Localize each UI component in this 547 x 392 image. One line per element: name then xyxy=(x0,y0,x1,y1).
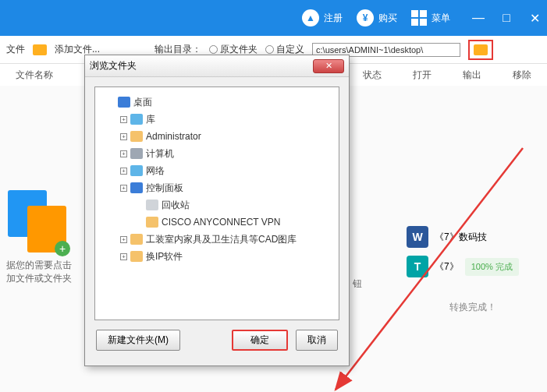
dialog-close-button[interactable]: ✕ xyxy=(313,59,344,73)
tree-item[interactable]: +计算机 xyxy=(98,145,336,162)
text-icon: T xyxy=(407,256,428,277)
browse-button[interactable] xyxy=(468,40,493,60)
grid-icon xyxy=(411,10,427,26)
cancel-button[interactable]: 取消 xyxy=(296,330,338,351)
folder-icon xyxy=(146,200,158,210)
done-label: 转换完成！ xyxy=(407,301,539,314)
user-icon: ▲ xyxy=(302,9,319,26)
window-controls: ― □ ✕ xyxy=(472,12,541,24)
tree-item[interactable]: +控制面板 xyxy=(98,179,336,196)
folder-icon xyxy=(118,97,130,108)
empty-line2: 加文件或文件夹 xyxy=(6,272,72,285)
folder-tree[interactable]: 桌面+库+Administrator+计算机+网络+控制面板回收站CISCO A… xyxy=(94,87,339,320)
register-button[interactable]: ▲ 注册 xyxy=(302,9,343,26)
word-icon: W xyxy=(407,226,428,248)
tree-label: 库 xyxy=(146,113,155,126)
col-open: 打开 xyxy=(413,69,432,82)
close-button[interactable]: ✕ xyxy=(528,12,541,24)
tree-item[interactable]: +库 xyxy=(98,111,336,128)
folder-icon xyxy=(130,148,143,159)
ok-button[interactable]: 确定 xyxy=(232,330,288,351)
tree-label: CISCO ANYCONNECT VPN xyxy=(162,217,280,228)
tree-label: 网络 xyxy=(146,164,165,178)
expand-icon[interactable]: + xyxy=(120,253,127,260)
buy-button[interactable]: ¥ 购买 xyxy=(357,9,397,26)
folder-icon xyxy=(146,217,158,228)
tree-label: 控制面板 xyxy=(146,182,183,195)
empty-state: + + 据您的需要点击 加文件或文件夹 xyxy=(0,187,78,343)
expand-icon[interactable]: + xyxy=(120,150,127,157)
file-stack-icon: + + xyxy=(8,190,70,253)
doc1-label: 《7》数码技 xyxy=(435,231,487,244)
tree-item[interactable]: +工装室内家具及卫生洁具等CAD图库 xyxy=(98,231,336,248)
dialog-title: 浏览文件夹 xyxy=(90,59,137,72)
tree-label: 换IP软件 xyxy=(146,250,183,263)
col-output: 输出 xyxy=(463,69,481,82)
result-row: T 《7》 100% 完成 xyxy=(407,256,539,277)
titlebar: ▲ 注册 ¥ 购买 菜单 ― □ ✕ xyxy=(0,0,547,36)
buy-label: 购买 xyxy=(378,12,397,25)
tree-label: Administrator xyxy=(146,131,201,142)
button-label-fragment: 钮 xyxy=(353,277,362,291)
doc2-label: 《7》 xyxy=(435,260,459,274)
folder-icon xyxy=(130,165,143,176)
register-label: 注册 xyxy=(324,12,343,25)
expand-icon[interactable]: + xyxy=(120,133,127,140)
folder-icon xyxy=(130,114,143,125)
tree-item[interactable]: 桌面 xyxy=(98,94,336,111)
folder-icon xyxy=(474,44,488,55)
tree-item[interactable]: CISCO ANYCONNECT VPN xyxy=(98,214,336,231)
file-label: 文件 xyxy=(6,43,25,56)
tree-label: 桌面 xyxy=(133,96,152,109)
browse-dialog: 浏览文件夹 ✕ 桌面+库+Administrator+计算机+网络+控制面板回收… xyxy=(84,55,350,366)
newfolder-button[interactable]: 新建文件夹(M) xyxy=(96,330,180,351)
expand-icon[interactable]: + xyxy=(120,236,127,243)
folder-icon xyxy=(130,234,143,245)
expand-icon[interactable]: + xyxy=(120,168,127,175)
tree-label: 计算机 xyxy=(146,147,174,161)
yen-icon: ¥ xyxy=(357,9,374,26)
dialog-buttons: 新建文件夹(M) 确定 取消 xyxy=(85,330,349,351)
result-row: W 《7》数码技 xyxy=(407,226,539,248)
tree-item[interactable]: +Administrator xyxy=(98,128,336,145)
tree-item[interactable]: +换IP软件 xyxy=(98,248,336,265)
expand-icon[interactable]: + xyxy=(120,185,127,192)
folder-icon xyxy=(130,182,143,193)
empty-line1: 据您的需要点击 xyxy=(6,259,72,272)
col-status: 状态 xyxy=(363,69,382,82)
folder-icon xyxy=(130,131,143,142)
folder-icon xyxy=(33,44,47,55)
expand-icon[interactable]: + xyxy=(120,116,127,123)
col-filename: 文件名称 xyxy=(16,69,53,82)
minimize-button[interactable]: ― xyxy=(472,12,485,24)
result-panel: W 《7》数码技 T 《7》 100% 完成 转换完成！ xyxy=(407,226,539,314)
progress-badge: 100% 完成 xyxy=(465,258,519,276)
dialog-titlebar: 浏览文件夹 ✕ xyxy=(85,55,349,77)
tree-label: 回收站 xyxy=(162,199,190,212)
col-remove: 移除 xyxy=(513,69,531,82)
maximize-button[interactable]: □ xyxy=(500,12,513,24)
menu-label: 菜单 xyxy=(432,12,450,25)
tree-item[interactable]: +网络 xyxy=(98,162,336,179)
tree-label: 工装室内家具及卫生洁具等CAD图库 xyxy=(146,233,297,246)
tree-item[interactable]: 回收站 xyxy=(98,196,336,214)
folder-icon xyxy=(130,251,143,262)
menu-button[interactable]: 菜单 xyxy=(411,10,450,26)
